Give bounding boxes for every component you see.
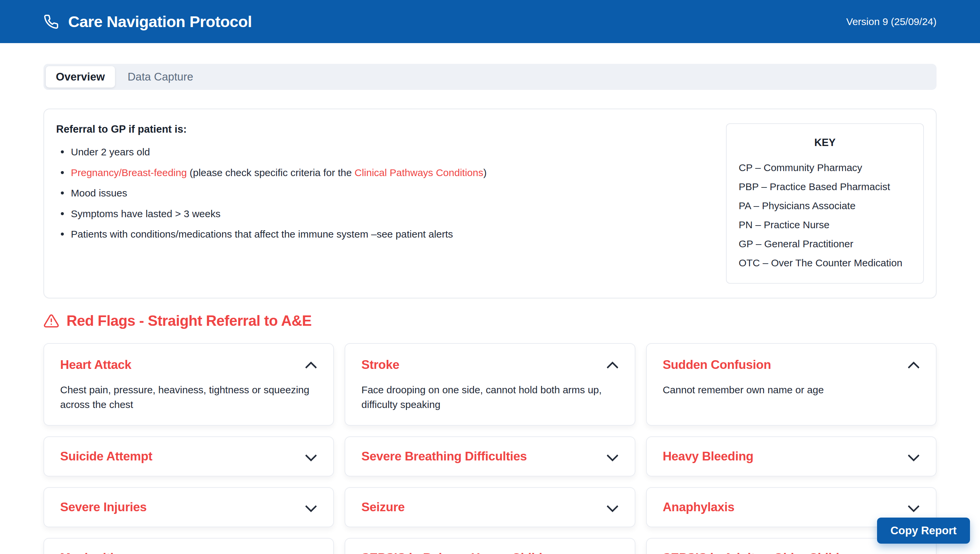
card-body: Cannot remember own name or age — [663, 383, 920, 397]
referral-criteria-panel: Referral to GP if patient is: Under 2 ye… — [43, 108, 937, 298]
card-title: Heavy Bleeding — [663, 449, 754, 463]
app-header: Care Navigation Protocol Version 9 (25/0… — [0, 0, 980, 43]
red-flag-card-sudden-confusion[interactable]: Sudden Confusion Cannot remember own nam… — [646, 343, 937, 426]
red-flags-heading: Red Flags - Straight Referral to A&E — [43, 312, 937, 329]
page-title: Care Navigation Protocol — [68, 12, 252, 31]
key-title: KEY — [739, 137, 911, 149]
list-item: Symptoms have lasted > 3 weeks — [56, 207, 487, 221]
red-flag-card-heavy-bleeding[interactable]: Heavy Bleeding — [646, 436, 937, 476]
card-title: Severe Injuries — [60, 500, 147, 514]
phone-icon — [43, 14, 59, 29]
card-title: Meningitis — [60, 551, 120, 554]
chevron-down-icon — [605, 500, 619, 514]
card-title: SEPSIS in Adult or Older Child — [663, 551, 839, 554]
card-title: Seizure — [361, 500, 405, 514]
key-entry: OTC – Over The Counter Medication — [739, 253, 911, 272]
red-flag-card-seizure[interactable]: Seizure — [344, 487, 635, 527]
red-flag-card-heart-attack[interactable]: Heart Attack Chest pain, pressure, heavi… — [43, 343, 334, 426]
card-body: Face drooping on one side, cannot hold b… — [361, 383, 618, 412]
chevron-up-icon — [907, 358, 920, 372]
chevron-down-icon — [304, 551, 317, 554]
key-entry: PN – Practice Nurse — [739, 215, 911, 234]
red-flag-card-meningitis[interactable]: Meningitis — [43, 538, 334, 554]
chevron-up-icon — [304, 358, 317, 372]
card-title: Anaphylaxis — [663, 500, 735, 514]
card-title: SEPSIS in Baby or Young Child — [361, 551, 542, 554]
card-title: Severe Breathing Difficulties — [361, 449, 527, 463]
key-legend: KEY CP – Community Pharmacy PBP – Practi… — [726, 123, 924, 284]
chevron-down-icon — [605, 450, 619, 463]
red-flag-card-severe-injuries[interactable]: Severe Injuries — [43, 487, 334, 527]
key-entry: PBP – Practice Based Pharmacist — [739, 177, 911, 196]
chevron-down-icon — [605, 551, 619, 554]
copy-report-button[interactable]: Copy Report — [877, 517, 970, 544]
chevron-down-icon — [907, 551, 920, 554]
chevron-up-icon — [605, 358, 619, 372]
referral-criteria: Referral to GP if patient is: Under 2 ye… — [56, 123, 487, 284]
tab-data-capture[interactable]: Data Capture — [118, 66, 203, 88]
card-title: Heart Attack — [60, 358, 131, 372]
app-brand: Care Navigation Protocol — [43, 12, 252, 31]
referral-list: Under 2 years old Pregnancy/Breast-feedi… — [56, 145, 487, 241]
card-title: Sudden Confusion — [663, 358, 771, 372]
red-flag-card-suicide-attempt[interactable]: Suicide Attempt — [43, 436, 334, 476]
card-body: Chest pain, pressure, heaviness, tightne… — [60, 383, 317, 412]
red-flags-grid: Heart Attack Chest pain, pressure, heavi… — [43, 343, 937, 554]
red-flag-card-severe-breathing-difficulties[interactable]: Severe Breathing Difficulties — [344, 436, 635, 476]
key-entry: GP – General Practitioner — [739, 234, 911, 253]
key-entry: CP – Community Pharmacy — [739, 158, 911, 177]
pregnancy-highlight: Pregnancy/Breast-feeding — [71, 167, 187, 178]
alert-triangle-icon — [43, 313, 59, 329]
red-flag-card-sepsis-baby-young-child[interactable]: SEPSIS in Baby or Young Child — [344, 538, 635, 554]
version-label: Version 9 (25/09/24) — [846, 16, 937, 27]
tab-overview[interactable]: Overview — [46, 66, 115, 88]
tab-bar: Overview Data Capture — [43, 64, 937, 90]
card-title: Stroke — [361, 358, 399, 372]
clinical-pathways-link[interactable]: Clinical Pathways Conditions — [355, 167, 483, 178]
referral-title: Referral to GP if patient is: — [56, 123, 487, 135]
list-item: Under 2 years old — [56, 145, 487, 159]
list-item: Mood issues — [56, 186, 487, 200]
list-item: Pregnancy/Breast-feeding (please check s… — [56, 166, 487, 180]
chevron-down-icon — [304, 450, 317, 463]
chevron-down-icon — [907, 500, 920, 514]
chevron-down-icon — [304, 500, 317, 514]
key-entry: PA – Physicians Associate — [739, 196, 911, 215]
chevron-down-icon — [907, 450, 920, 463]
red-flag-card-stroke[interactable]: Stroke Face drooping on one side, cannot… — [344, 343, 635, 426]
card-title: Suicide Attempt — [60, 449, 152, 463]
list-item: Patients with conditions/medications tha… — [56, 228, 487, 241]
